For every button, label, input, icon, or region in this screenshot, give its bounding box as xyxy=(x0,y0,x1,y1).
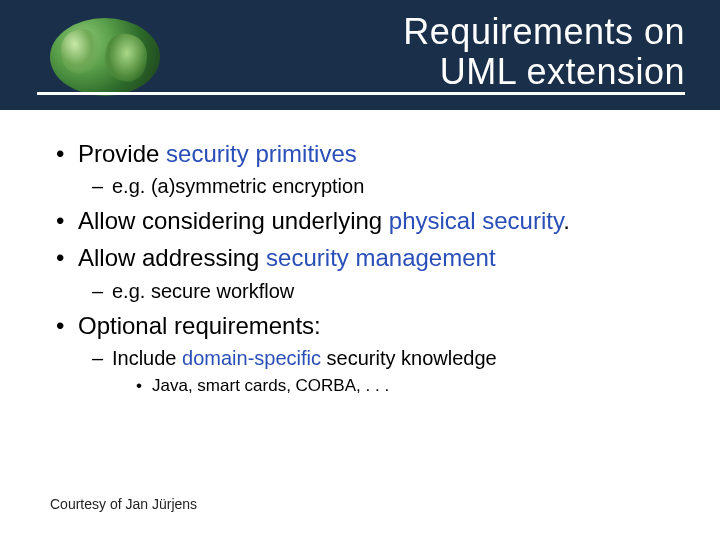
bullet-link: physical security xyxy=(389,207,563,234)
logo-image xyxy=(50,18,160,96)
sub-text: Include xyxy=(112,347,182,369)
bullet-item: Optional requirements: Include domain-sp… xyxy=(50,310,700,397)
bullet-item: Allow considering underlying physical se… xyxy=(50,205,700,236)
bullet-item: Provide security primitives e.g. (a)symm… xyxy=(50,138,700,199)
sub-item: Include domain-specific security knowled… xyxy=(78,345,700,397)
sub-item: e.g. (a)symmetric encryption xyxy=(78,173,700,199)
bullet-text: Provide xyxy=(78,140,166,167)
sub-item: e.g. secure workflow xyxy=(78,278,700,304)
bullet-item: Allow addressing security management e.g… xyxy=(50,242,700,303)
title-underline xyxy=(37,92,685,95)
sub-sub-item: Java, smart cards, CORBA, . . . xyxy=(112,375,700,397)
bullet-text: Allow addressing xyxy=(78,244,266,271)
title-line-1: Requirements on xyxy=(403,11,685,52)
bullet-text: Optional requirements: xyxy=(78,312,321,339)
sub-sub-list: Java, smart cards, CORBA, . . . xyxy=(112,375,700,397)
slide-title: Requirements on UML extension xyxy=(403,12,685,91)
bullet-link: security primitives xyxy=(166,140,357,167)
footer-credit: Courtesy of Jan Jürjens xyxy=(50,496,197,512)
slide-body: Provide security primitives e.g. (a)symm… xyxy=(0,110,720,397)
bullet-link: security management xyxy=(266,244,495,271)
bullet-list: Provide security primitives e.g. (a)symm… xyxy=(50,138,700,397)
title-line-2: UML extension xyxy=(440,51,685,92)
sub-link: domain-specific xyxy=(182,347,321,369)
bullet-text: Allow considering underlying xyxy=(78,207,389,234)
sub-list: Include domain-specific security knowled… xyxy=(78,345,700,397)
bullet-text: . xyxy=(563,207,570,234)
slide-header: Requirements on UML extension xyxy=(0,0,720,110)
sub-text: security knowledge xyxy=(321,347,497,369)
sub-list: e.g. (a)symmetric encryption xyxy=(78,173,700,199)
sub-list: e.g. secure workflow xyxy=(78,278,700,304)
